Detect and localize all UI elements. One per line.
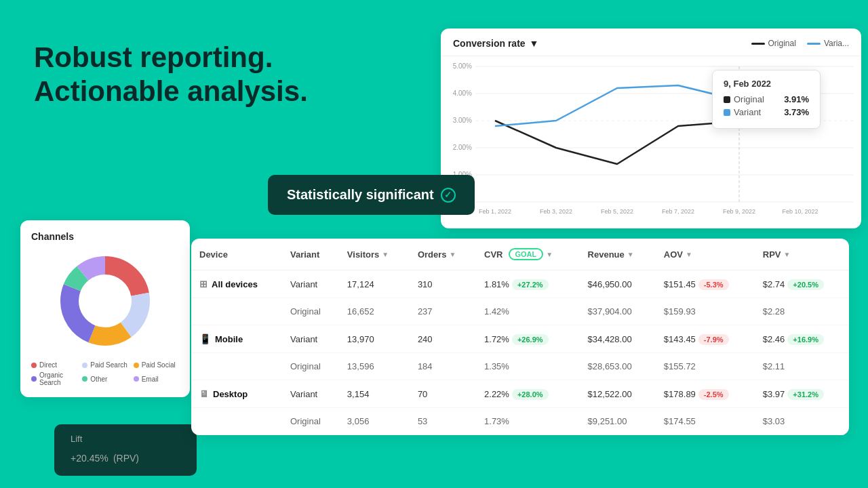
td-revenue: $37,904.00	[580, 298, 656, 325]
aov-badge: -2.5%	[698, 389, 729, 400]
rpv-badge: +16.9%	[787, 334, 824, 345]
table-header: Device Variant Visitors ▼ Orders ▼ CVR G…	[191, 239, 849, 270]
stat-sig-badge: Statistically significant ✓	[268, 175, 475, 215]
rpv-badge: +31.2%	[787, 389, 824, 400]
td-rpv: $3.03	[755, 408, 849, 435]
td-aov: $174.55	[656, 408, 755, 435]
td-variant: Original	[282, 408, 339, 435]
svg-text:Feb 9, 2022: Feb 9, 2022	[723, 208, 755, 215]
td-cvr: 1.81%+27.2%	[476, 270, 580, 298]
th-revenue[interactable]: Revenue ▼	[580, 239, 656, 270]
tooltip-row-variant: Variant 3.73%	[724, 107, 809, 117]
td-orders: 240	[410, 325, 476, 353]
aov-badge: -7.9%	[698, 334, 729, 345]
lift-label: Lift	[71, 434, 180, 444]
chart-dropdown-arrow: ▼	[530, 38, 539, 49]
td-device	[191, 353, 282, 380]
th-aov[interactable]: AOV ▼	[656, 239, 755, 270]
svg-text:3.00%: 3.00%	[453, 117, 472, 124]
lift-value: +20.45% (RPV)	[71, 445, 180, 466]
th-rpv[interactable]: RPV ▼	[755, 239, 849, 270]
td-revenue: $34,428.00	[580, 325, 656, 353]
device-icon: ⊞	[199, 279, 208, 289]
td-device: 🖥 Desktop	[191, 380, 282, 408]
td-revenue: $9,251.00	[580, 408, 656, 435]
rpv-badge: +20.5%	[787, 279, 824, 290]
td-orders: 184	[410, 353, 476, 380]
legend-email: Email	[134, 371, 179, 386]
tooltip-date: 9, Feb 2022	[724, 79, 809, 89]
td-visitors: 16,652	[339, 298, 410, 325]
table-row: Original 13,596 184 1.35% $28,653.00 $15…	[191, 353, 849, 380]
chart-body: 5.00% 4.00% 3.00% 2.00% 1.00% 0.00% Feb …	[441, 56, 861, 228]
chart-title: Conversion rate	[453, 38, 526, 49]
cvr-badge: +26.9%	[512, 334, 549, 345]
lift-badge: Lift +20.45% (RPV)	[54, 424, 197, 476]
svg-text:Feb 3, 2022: Feb 3, 2022	[540, 208, 572, 215]
device-icon: 🖥	[199, 388, 209, 399]
th-visitors[interactable]: Visitors ▼	[339, 239, 410, 270]
td-revenue: $46,950.00	[580, 270, 656, 298]
td-orders: 237	[410, 298, 476, 325]
svg-text:Feb 7, 2022: Feb 7, 2022	[662, 208, 694, 215]
device-icon: 📱	[199, 333, 211, 344]
td-aov: $151.45-5.3%	[656, 270, 755, 298]
legend-original: Original	[751, 39, 796, 48]
td-variant: Variant	[282, 325, 339, 353]
td-aov: $159.93	[656, 298, 755, 325]
th-variant: Variant	[282, 239, 339, 270]
legend-variant: Varia...	[807, 39, 849, 48]
td-aov: $143.45-7.9%	[656, 325, 755, 353]
td-revenue: $12,522.00	[580, 380, 656, 408]
td-cvr: 1.73%	[476, 408, 580, 435]
stat-sig-label: Statistically significant	[287, 187, 434, 203]
donut-chart	[31, 250, 179, 352]
th-device: Device	[191, 239, 282, 270]
td-visitors: 3,154	[339, 380, 410, 408]
chart-header: Conversion rate ▼ Original Varia...	[441, 28, 861, 56]
td-variant: Original	[282, 298, 339, 325]
svg-text:2.00%: 2.00%	[453, 144, 472, 151]
hero-section: Robust reporting. Actionable analysis.	[34, 41, 359, 109]
tooltip-original-dot	[724, 96, 730, 103]
svg-text:Feb 10, 2022: Feb 10, 2022	[782, 208, 818, 215]
td-cvr: 2.22%+28.0%	[476, 380, 580, 408]
td-variant: Original	[282, 353, 339, 380]
th-cvr[interactable]: CVR GOAL ▼	[476, 239, 580, 270]
svg-text:4.00%: 4.00%	[453, 89, 472, 97]
hero-title: Robust reporting. Actionable analysis.	[34, 41, 359, 109]
chart-tooltip: 9, Feb 2022 Original 3.91% Variant 3.73%	[712, 70, 821, 129]
table-row: 📱 Mobile Variant 13,970 240 1.72%+26.9% …	[191, 325, 849, 353]
cvr-badge: +28.0%	[512, 389, 549, 400]
aov-badge: -5.3%	[698, 279, 729, 290]
td-rpv: $2.46+16.9%	[755, 325, 849, 353]
table-row: 🖥 Desktop Variant 3,154 70 2.22%+28.0% $…	[191, 380, 849, 408]
th-orders[interactable]: Orders ▼	[410, 239, 476, 270]
td-aov: $178.89-2.5%	[656, 380, 755, 408]
td-orders: 53	[410, 408, 476, 435]
channels-legend: Direct Paid Search Paid Social Organic S…	[31, 361, 179, 386]
td-aov: $155.72	[656, 353, 755, 380]
tooltip-row-original: Original 3.91%	[724, 94, 809, 104]
svg-text:5.00%: 5.00%	[453, 62, 472, 70]
td-orders: 70	[410, 380, 476, 408]
td-cvr: 1.35%	[476, 353, 580, 380]
td-cvr: 1.72%+26.9%	[476, 325, 580, 353]
data-table: Device Variant Visitors ▼ Orders ▼ CVR G…	[191, 239, 849, 435]
svg-text:Feb 5, 2022: Feb 5, 2022	[601, 208, 633, 215]
legend-paid-social: Paid Social	[134, 361, 179, 369]
svg-point-6	[83, 279, 127, 323]
td-rpv: $2.74+20.5%	[755, 270, 849, 298]
td-device: ⊞ All devices	[191, 270, 282, 298]
td-device	[191, 408, 282, 435]
td-visitors: 13,970	[339, 325, 410, 353]
legend-other: Other	[82, 371, 127, 386]
table-body: ⊞ All devices Variant 17,124 310 1.81%+2…	[191, 270, 849, 435]
chart-title-dropdown[interactable]: Conversion rate ▼	[453, 38, 538, 49]
cvr-badge: +27.2%	[512, 279, 549, 290]
td-rpv: $2.11	[755, 353, 849, 380]
td-visitors: 3,056	[339, 408, 410, 435]
legend-direct: Direct	[31, 361, 77, 369]
legend-organic-search: Organic Search	[31, 371, 77, 386]
channels-card: Channels Direct Paid Search Paid Social	[20, 220, 190, 397]
